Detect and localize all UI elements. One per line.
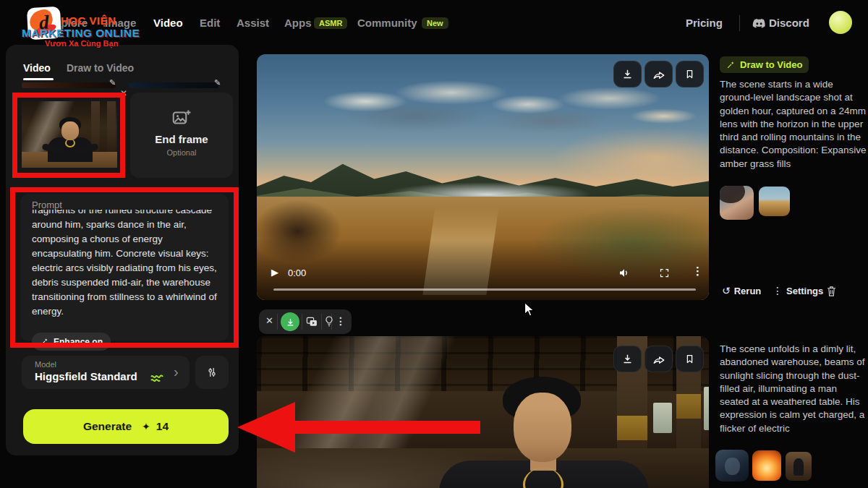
- pillar-marking: [676, 394, 701, 419]
- warehouse-window: [653, 403, 672, 433]
- player-menu-button[interactable]: ⋮: [692, 265, 703, 278]
- model-selector[interactable]: Model Higgsfield Standard ›: [22, 356, 190, 389]
- prompt-textarea[interactable]: fragments of the ruined structure cascad…: [32, 210, 218, 328]
- result-video-1[interactable]: ▶ 0:00 ⋮: [257, 54, 709, 300]
- discord-icon[interactable]: [752, 18, 766, 32]
- nav-explore[interactable]: Explore: [48, 17, 88, 29]
- tab-video[interactable]: Video: [23, 62, 51, 74]
- download-icon: [621, 68, 634, 80]
- quick-download-button[interactable]: [281, 312, 299, 331]
- nav-community[interactable]: Community: [357, 17, 417, 29]
- volume-button[interactable]: [618, 267, 630, 278]
- play-button[interactable]: ▶: [271, 267, 278, 278]
- end-frame-subtitle: Optional: [130, 148, 233, 157]
- fullscreen-icon: [659, 267, 670, 278]
- wand-icon: [40, 337, 49, 346]
- rerun-label: Rerun: [734, 286, 762, 296]
- thumb-man-chain: [65, 139, 75, 147]
- reference-thumbnail-figure[interactable]: [715, 450, 749, 481]
- video-frames-icon: [306, 316, 318, 328]
- fullscreen-button[interactable]: [659, 267, 670, 278]
- rerun-icon: ↺: [722, 285, 731, 296]
- generate-label: Generate: [83, 420, 132, 433]
- toolbar-divider: [331, 314, 332, 330]
- bookmark-button[interactable]: [676, 61, 704, 87]
- toolbar-divider: [321, 314, 322, 330]
- generate-credits: 14: [156, 420, 169, 433]
- lightbulb-icon: [324, 315, 334, 328]
- progress-bar[interactable]: [273, 288, 696, 291]
- nav-edit[interactable]: Edit: [200, 17, 220, 29]
- man-face: [514, 393, 571, 462]
- share-button[interactable]: [644, 346, 673, 372]
- use-as-frame-button[interactable]: [306, 316, 318, 328]
- share-icon: [652, 69, 665, 80]
- prompt-text: fragments of the ruined structure cascad…: [32, 210, 218, 319]
- wand-icon: [726, 60, 736, 69]
- edit-start-frame-icon[interactable]: ✎: [109, 78, 116, 87]
- toolbar-more-button[interactable]: ⋮: [336, 315, 346, 327]
- asmr-badge: ASMR: [314, 17, 347, 29]
- annotation-arrow-head: [237, 402, 295, 453]
- download-button[interactable]: [613, 61, 642, 87]
- nav-discord[interactable]: Discord: [769, 17, 809, 29]
- nav-assist[interactable]: Assist: [237, 17, 269, 29]
- prompt-label: Prompt: [32, 200, 62, 210]
- download-button[interactable]: [613, 346, 642, 372]
- nav-video[interactable]: Video: [153, 17, 183, 29]
- nav-image[interactable]: Image: [105, 17, 136, 29]
- nav-pricing[interactable]: Pricing: [686, 17, 723, 29]
- start-frame-strip[interactable]: [22, 82, 116, 88]
- reference-thumbnail-woman[interactable]: [720, 186, 754, 220]
- volume-icon: [618, 267, 630, 278]
- edit-end-frame-icon[interactable]: ✎: [214, 78, 221, 87]
- delete-button[interactable]: [826, 286, 837, 300]
- download-arrow-icon: [286, 317, 295, 327]
- reference-thumbnail-fire[interactable]: [752, 450, 781, 481]
- end-frame-title: End frame: [130, 133, 233, 145]
- player-bottom-gradient: [257, 239, 709, 300]
- reference-thumbnail-man[interactable]: [786, 452, 812, 481]
- thumb-pillar: [107, 101, 116, 152]
- result-description: The scene unfolds in a dimly lit, abando…: [720, 343, 868, 435]
- app-window: Explore Image Video Edit Assist Apps ASM…: [0, 0, 868, 488]
- dismiss-button[interactable]: ✕: [265, 315, 273, 326]
- higgsfield-logo-icon: [150, 372, 163, 385]
- end-frame-strip[interactable]: [129, 82, 218, 88]
- pillar-marking: [617, 416, 647, 440]
- model-value: Higgsfield Standard: [35, 370, 137, 382]
- tab-draw-to-video[interactable]: Draw to Video: [67, 62, 134, 74]
- nav-apps[interactable]: Apps: [284, 17, 312, 29]
- generate-button[interactable]: Generate ✦ 14: [23, 409, 229, 444]
- toolbar-divider: [302, 314, 302, 330]
- result-description: The scene starts in a wide ground-level …: [720, 78, 868, 171]
- nav-divider: [739, 15, 740, 31]
- image-plus-icon: [171, 107, 192, 132]
- draw-to-video-badge: Draw to Video: [720, 56, 809, 73]
- rerun-button[interactable]: ↺ Rerun: [722, 285, 761, 296]
- result-video-2[interactable]: [257, 336, 709, 488]
- reference-thumbnail-landscape[interactable]: [759, 187, 790, 216]
- inspiration-button[interactable]: [324, 315, 334, 328]
- video-settings-button[interactable]: [195, 356, 229, 389]
- bookmark-button[interactable]: [676, 346, 704, 372]
- share-icon: [652, 354, 665, 365]
- bookmark-icon: [684, 68, 695, 80]
- trash-icon: [826, 286, 837, 297]
- end-frame-card[interactable]: End frame Optional: [130, 93, 233, 178]
- badge-label: Draw to Video: [740, 59, 802, 70]
- settings-button[interactable]: ⋮ Settings: [773, 285, 823, 296]
- kebab-icon: ⋮: [773, 285, 783, 296]
- enhance-toggle[interactable]: Enhance on: [32, 333, 111, 351]
- bookmark-icon: [684, 353, 695, 365]
- thumb-man-face: [61, 121, 79, 140]
- share-button[interactable]: [644, 61, 673, 87]
- annotation-arrow-shaft: [291, 421, 480, 434]
- remove-start-frame-icon[interactable]: ✕: [120, 88, 127, 98]
- prompt-card: Prompt fragments of the ruined structure…: [20, 194, 229, 341]
- warehouse-window: [704, 387, 709, 430]
- user-avatar[interactable]: [829, 11, 852, 34]
- spark-icon: ✦: [142, 421, 150, 432]
- start-frame-thumbnail[interactable]: [22, 101, 117, 168]
- playback-time: 0:00: [288, 267, 306, 278]
